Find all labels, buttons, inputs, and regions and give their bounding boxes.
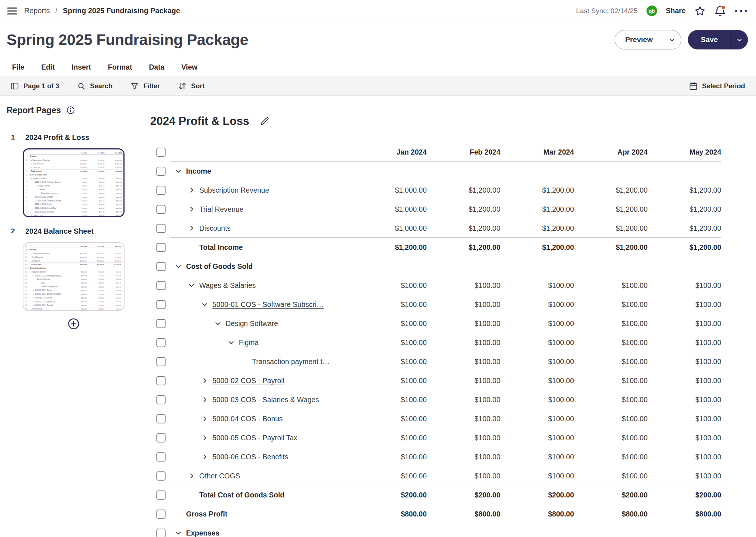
page-indicator-label: Page 1 of 3 xyxy=(23,82,59,90)
chevron-right-icon[interactable] xyxy=(188,224,196,232)
thumb-row: ▾Figma$100.00$100.00$100.00 xyxy=(25,281,125,285)
sidebar-page-item-2: 22024 Balance SheetJan 2024Feb 2024Mar 2… xyxy=(0,224,138,311)
cell-value: $100.00 xyxy=(648,396,721,404)
row-label: Subscription Revenue xyxy=(199,186,269,195)
row-checkbox[interactable] xyxy=(156,205,166,214)
breadcrumb-reports-link[interactable]: Reports xyxy=(24,7,50,15)
row-checkbox[interactable] xyxy=(156,300,166,309)
menu-file[interactable]: File xyxy=(12,63,25,71)
select-all-checkbox[interactable] xyxy=(156,148,166,157)
cell-value: $800.00 xyxy=(500,510,574,518)
table-row: 5000-04 COS - Bonus$100.00$100.00$100.00… xyxy=(156,409,721,428)
thumb-row: Total Cost of Goods Sold$200.00$200.00$2… xyxy=(25,311,125,311)
preview-dropdown-arrow[interactable] xyxy=(663,30,681,49)
account-link[interactable]: 5000-03 COS - Salaries & Wages xyxy=(212,396,319,404)
filter-button[interactable]: Filter xyxy=(130,81,160,91)
chevron-down-icon[interactable] xyxy=(188,281,196,289)
row-checkbox[interactable] xyxy=(156,471,166,481)
cell-value: $100.00 xyxy=(427,453,500,461)
notifications-bell-icon[interactable] xyxy=(714,5,726,17)
cell-value: $100.00 xyxy=(648,472,721,480)
more-options-ellipsis-icon[interactable] xyxy=(735,10,747,12)
share-button[interactable]: Share xyxy=(666,7,686,15)
chevron-down-icon[interactable] xyxy=(174,529,182,537)
page-thumbnail[interactable]: Jan 2024Feb 2024Mar 2024▾Income▸Subscrip… xyxy=(23,148,125,217)
thumb-row: ▸5000-05 COS - Payroll Tax$100.00$100.00… xyxy=(25,300,125,303)
page-item-label-row[interactable]: 22024 Balance Sheet xyxy=(0,224,138,238)
chevron-right-icon[interactable] xyxy=(201,434,209,442)
chevron-down-icon[interactable] xyxy=(227,338,235,347)
report-canvas: 2024 Profit & Loss Jan 2024Feb 2024Mar 2… xyxy=(138,96,756,537)
account-link[interactable]: 5000-06 COS - Benefits xyxy=(212,453,288,461)
row-checkbox[interactable] xyxy=(156,224,166,233)
row-checkbox[interactable] xyxy=(156,319,166,328)
info-icon[interactable] xyxy=(66,105,75,115)
select-period-button[interactable]: Select Period xyxy=(689,81,745,91)
chevron-right-icon[interactable] xyxy=(188,472,196,480)
chevron-down-icon[interactable] xyxy=(174,262,182,270)
chevron-right-icon[interactable] xyxy=(201,396,209,404)
thumb-row: ▾5000-01 COS - Software Subscri…$100.00$… xyxy=(25,274,125,278)
cell-value: $100.00 xyxy=(500,300,574,309)
row-checkbox[interactable] xyxy=(156,395,166,404)
row-checkbox[interactable] xyxy=(156,167,166,176)
chevron-right-icon[interactable] xyxy=(188,186,196,194)
row-checkbox[interactable] xyxy=(156,357,166,366)
preview-button[interactable]: Preview xyxy=(615,30,682,49)
save-button[interactable]: Save xyxy=(688,30,748,49)
menu-format[interactable]: Format xyxy=(108,63,132,71)
row-checkbox[interactable] xyxy=(156,433,166,442)
cell-value: $1,000.00 xyxy=(353,205,427,214)
row-checkbox[interactable] xyxy=(156,414,166,423)
favorite-star-icon[interactable] xyxy=(694,5,705,16)
row-checkbox[interactable] xyxy=(156,262,166,271)
thumb-row: ▸5000-04 COS - Bonus$100.00$100.00$100.0… xyxy=(26,203,125,206)
table-row: Design Software$100.00$100.00$100.00$100… xyxy=(156,314,721,333)
hamburger-menu-icon[interactable] xyxy=(7,6,18,16)
row-checkbox[interactable] xyxy=(156,376,166,385)
chevron-right-icon[interactable] xyxy=(201,453,209,461)
sort-button[interactable]: Sort xyxy=(178,81,205,91)
row-checkbox[interactable] xyxy=(156,243,166,252)
thumb-row: Total Income$1,200.00$1,200.00$1,200.00 xyxy=(26,169,125,173)
save-dropdown-arrow[interactable] xyxy=(731,30,748,49)
thumb-row: ▸Subscription Revenue$1,000.00$1,200.00$… xyxy=(26,158,125,162)
menu-edit[interactable]: Edit xyxy=(41,63,55,71)
row-checkbox[interactable] xyxy=(156,510,166,519)
chevron-right-icon[interactable] xyxy=(201,415,209,423)
cell-value: $200.00 xyxy=(574,491,648,499)
page-item-label-row[interactable]: 12024 Profit & Loss xyxy=(0,130,138,145)
menu-view[interactable]: View xyxy=(181,63,197,71)
page-thumbnail[interactable]: Jan 2024Feb 2024Mar 2024▾Income▸Subscrip… xyxy=(23,242,125,311)
chevron-right-icon[interactable] xyxy=(188,205,196,213)
row-checkbox[interactable] xyxy=(156,529,166,537)
cell-value: $100.00 xyxy=(500,319,574,328)
chevron-down-icon[interactable] xyxy=(214,319,222,327)
chevron-right-icon[interactable] xyxy=(201,377,209,385)
account-link[interactable]: 5000-04 COS - Bonus xyxy=(212,415,283,423)
chevron-down-icon[interactable] xyxy=(174,167,182,175)
save-button-label[interactable]: Save xyxy=(688,30,731,49)
row-checkbox[interactable] xyxy=(156,452,166,462)
account-link[interactable]: 5000-02 COS - Payroll xyxy=(212,377,284,385)
row-checkbox[interactable] xyxy=(156,338,166,347)
cell-value: $100.00 xyxy=(353,377,427,385)
add-page-button[interactable] xyxy=(67,318,80,330)
search-button[interactable]: Search xyxy=(77,81,113,91)
row-checkbox[interactable] xyxy=(156,281,166,290)
page-indicator[interactable]: Page 1 of 3 xyxy=(10,81,59,91)
edit-title-pencil-icon[interactable] xyxy=(259,116,270,127)
row-checkbox[interactable] xyxy=(156,186,166,195)
account-link[interactable]: 5000-05 COS - Payroll Tax xyxy=(212,434,297,442)
table-row: Other COGS$100.00$100.00$100.00$100.00$1… xyxy=(156,466,721,485)
menu-data[interactable]: Data xyxy=(149,63,164,71)
thumbnail-mini-table: Jan 2024Feb 2024Mar 2024▾Income▸Subscrip… xyxy=(24,149,125,217)
cell-value: $100.00 xyxy=(353,453,427,461)
chevron-down-icon[interactable] xyxy=(201,300,209,308)
row-checkbox[interactable] xyxy=(156,490,166,500)
cell-value: $100.00 xyxy=(427,300,500,309)
quickbooks-logo-icon[interactable]: qb xyxy=(646,5,657,16)
preview-button-label[interactable]: Preview xyxy=(615,30,663,49)
account-link[interactable]: 5000-01 COS - Software Subscri… xyxy=(212,300,323,309)
menu-insert[interactable]: Insert xyxy=(71,63,91,71)
